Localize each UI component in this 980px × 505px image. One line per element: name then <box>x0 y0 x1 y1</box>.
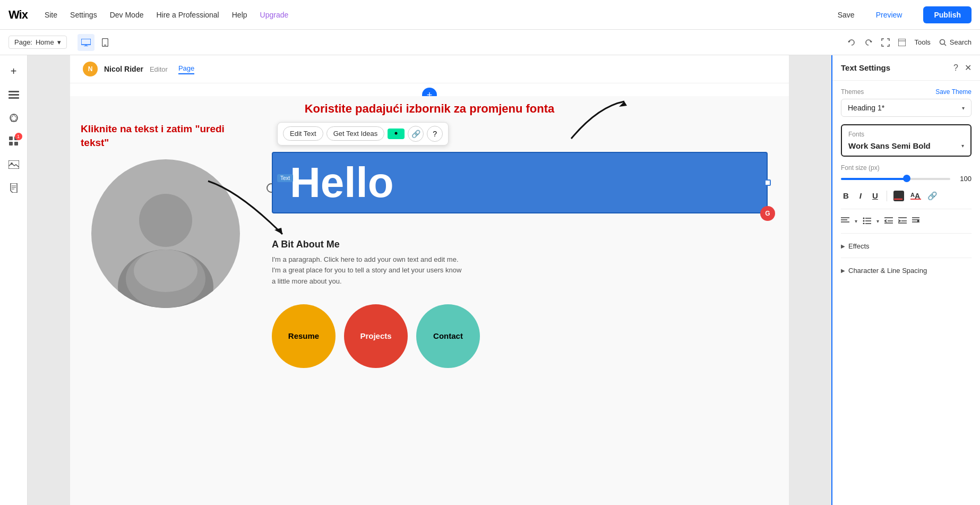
save-theme-button[interactable]: Save Theme <box>935 88 972 96</box>
edit-text-button[interactable]: Edit Text <box>283 126 323 141</box>
main-layout: + 1 N Nicol Rider Editor Page <box>0 55 980 505</box>
nav-hire[interactable]: Hire a Professional <box>156 11 219 19</box>
effects-label: Effects <box>848 242 870 250</box>
effects-toggle[interactable]: ▶ Effects <box>841 239 972 253</box>
floating-toolbar: Edit Text Get Text Ideas 🔗 ? <box>277 122 449 145</box>
resize-handle[interactable] <box>764 179 771 186</box>
underline-button[interactable]: U <box>870 190 880 201</box>
avatar: N <box>83 62 98 76</box>
panel-help-button[interactable]: ? <box>953 63 958 73</box>
bar-right: Tools Search <box>847 38 972 47</box>
preview-button[interactable]: Preview <box>876 11 902 19</box>
sidebar-design-icon[interactable] <box>4 108 23 127</box>
search-area[interactable]: Search <box>939 38 972 46</box>
tools-label: Tools <box>914 38 930 46</box>
wix-ai-icon[interactable] <box>388 129 405 139</box>
svg-rect-16 <box>14 142 18 145</box>
align-dropdown-icon[interactable]: ▾ <box>855 218 857 224</box>
desktop-view-button[interactable] <box>78 34 94 51</box>
fonts-value: Work Sans Semi Bold <box>848 141 931 150</box>
fonts-section: Fonts Work Sans Semi Bold ▾ <box>841 124 972 157</box>
page-label: Page: <box>14 38 32 46</box>
rtl-button[interactable] <box>912 217 919 226</box>
chevron-down-icon: ▾ <box>57 38 61 46</box>
sidebar-blog-icon[interactable] <box>4 178 23 198</box>
svg-text:A: A <box>915 192 920 200</box>
action-buttons-row: Resume Projects Contact <box>272 304 768 368</box>
link-text-button[interactable]: 🔗 <box>927 191 938 201</box>
indent-decrease-button[interactable] <box>884 217 893 226</box>
annotation-top-text: Koristite padajući izbornik za promjenu … <box>91 101 768 117</box>
annotation-left-text: Kliknite na tekst i zatim "uredi tekst" <box>81 122 251 150</box>
expand-button[interactable] <box>881 38 890 47</box>
panel-content: Themes Save Theme Heading 1* ▾ Fonts Wor… <box>832 81 980 505</box>
sidebar-add-icon[interactable]: + <box>4 62 23 81</box>
slider-thumb[interactable] <box>903 175 910 182</box>
list-dropdown-icon[interactable]: ▾ <box>876 218 879 224</box>
text-color-button[interactable]: A <box>893 191 904 201</box>
help-icon[interactable]: ? <box>427 126 443 142</box>
canvas-area: N Nicol Rider Editor Page + Koristite pa… <box>28 55 831 505</box>
tools-button[interactable] <box>898 39 906 46</box>
svg-point-37 <box>863 218 865 219</box>
hello-text: Hello <box>290 161 750 204</box>
publish-button[interactable]: Publish <box>923 6 972 23</box>
nav-dev-mode[interactable]: Dev Mode <box>110 11 144 19</box>
formatting-row: B I U A AA 🔗 <box>841 190 972 209</box>
sidebar-apps-icon[interactable]: 1 <box>4 132 23 151</box>
projects-button[interactable]: Projects <box>344 304 408 368</box>
heading-select[interactable]: Heading 1* ▾ <box>841 99 972 117</box>
font-size-value: 100 <box>956 175 972 183</box>
svg-rect-11 <box>8 97 19 99</box>
sidebar-pages-icon[interactable] <box>4 85 23 104</box>
character-label: Character & Line Spacing <box>848 267 927 275</box>
page-selector[interactable]: Page: Home ▾ <box>8 36 67 49</box>
font-size-section: Font size (px) 100 <box>841 164 972 183</box>
indent-increase-button[interactable] <box>898 217 907 226</box>
fonts-select[interactable]: Work Sans Semi Bold ▾ <box>848 141 964 150</box>
sidebar-media-icon[interactable] <box>4 155 23 174</box>
grammarly-icon[interactable]: G <box>760 206 775 221</box>
fonts-dropdown-icon: ▾ <box>961 143 964 149</box>
nav-settings[interactable]: Settings <box>70 11 97 19</box>
font-size-row: 100 <box>841 175 972 183</box>
undo-button[interactable] <box>847 38 856 47</box>
mobile-view-button[interactable] <box>97 34 114 51</box>
link-icon[interactable]: 🔗 <box>408 126 424 142</box>
second-toolbar: Page: Home ▾ Tools Search <box>0 30 980 55</box>
character-spacing-toggle[interactable]: ▶ Character & Line Spacing <box>841 263 972 278</box>
svg-text:A: A <box>910 192 915 198</box>
panel-close-button[interactable]: ✕ <box>965 63 972 73</box>
list-button[interactable] <box>863 217 871 226</box>
profile-image <box>91 159 240 308</box>
nav-site[interactable]: Site <box>45 11 57 19</box>
panel-title: Text Settings <box>841 63 890 72</box>
svg-rect-9 <box>8 91 19 92</box>
wix-logo: Wix <box>8 8 28 22</box>
get-text-ideas-button[interactable]: Get Text Ideas <box>326 126 385 141</box>
svg-point-23 <box>139 194 192 247</box>
bold-button[interactable]: B <box>841 190 851 201</box>
svg-point-41 <box>863 223 865 225</box>
contact-button[interactable]: Contact <box>416 304 480 368</box>
italic-button[interactable]: I <box>857 190 864 201</box>
heading-value: Heading 1* <box>848 104 884 112</box>
page-label: Page <box>178 64 194 74</box>
about-text: I'm a paragraph. Click here to add your … <box>272 254 463 287</box>
svg-rect-10 <box>8 94 19 96</box>
font-size-slider[interactable] <box>841 178 950 180</box>
hello-block[interactable]: Hello G <box>272 152 768 213</box>
search-label: Search <box>950 38 972 46</box>
nav-help[interactable]: Help <box>232 11 247 19</box>
text-style-button[interactable]: AA <box>910 190 921 201</box>
divider <box>887 191 887 201</box>
redo-button[interactable] <box>864 38 873 47</box>
align-left-button[interactable] <box>841 217 849 226</box>
profile-image-container <box>91 159 240 368</box>
font-size-label: Font size (px) <box>841 164 972 172</box>
resume-button[interactable]: Resume <box>272 304 336 368</box>
save-button[interactable]: Save <box>838 11 855 19</box>
character-spacing-section: ▶ Character & Line Spacing <box>841 258 972 278</box>
character-arrow-icon: ▶ <box>841 268 845 273</box>
nav-upgrade[interactable]: Upgrade <box>260 11 289 19</box>
